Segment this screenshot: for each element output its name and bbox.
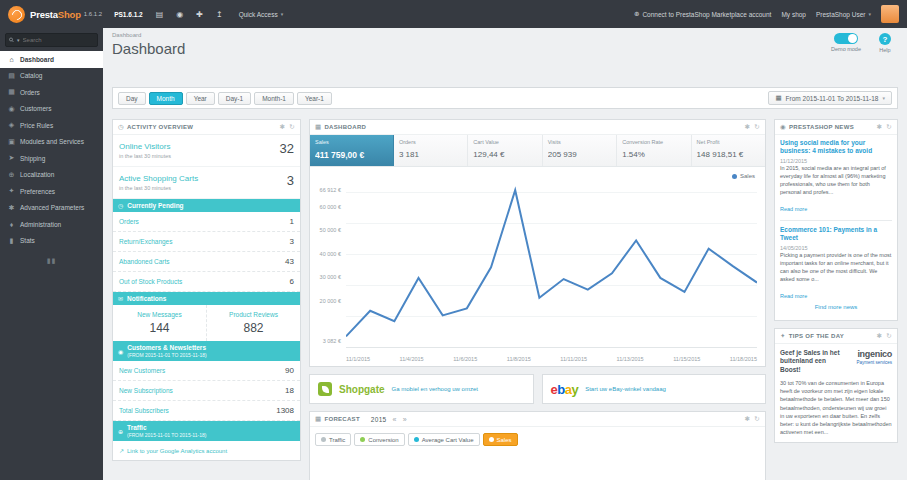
news-item-title[interactable]: Ecommerce 101: Payments in a Tweet	[780, 226, 892, 243]
kpi-visits[interactable]: Visits205 939	[543, 135, 617, 166]
user-menu[interactable]: PrestaShop User▾	[816, 11, 871, 18]
search-input[interactable]	[23, 37, 94, 43]
total-subscribers-row[interactable]: Total Subscribers1308	[113, 401, 300, 421]
new-messages-cell[interactable]: New Messages144	[113, 305, 206, 341]
sidebar-item-modules[interactable]: ▣Modules and Services	[0, 134, 103, 151]
my-shop-link[interactable]: My shop	[781, 11, 806, 18]
clock-icon: ◷	[118, 202, 123, 209]
customers-quick-icon[interactable]: ◉	[176, 10, 183, 19]
gear-icon[interactable]: ✱	[745, 123, 751, 131]
abandoned-carts-row[interactable]: Abandoned Carts43	[113, 252, 300, 272]
sidebar-search: ▾	[5, 33, 98, 47]
pending-returns-row[interactable]: Return/Exchanges3	[113, 232, 300, 252]
forecast-prev-icon[interactable]: «	[393, 416, 397, 423]
forecast-legend-sales[interactable]: Sales	[483, 433, 518, 446]
row-value: 43	[285, 257, 294, 266]
shopgate-link[interactable]: Ga mobiel en verhoog uw omzet	[392, 386, 478, 392]
new-subscriptions-row[interactable]: New Subscriptions18	[113, 381, 300, 401]
activity-panel-title: ACTIVITY OVERVIEW	[127, 124, 193, 130]
sidebar-item-price-rules[interactable]: ◈Price Rules	[0, 117, 103, 134]
sidebar-item-advanced-parameters[interactable]: ✱Advanced Parameters	[0, 200, 103, 217]
google-analytics-link[interactable]: ↗ Link to your Google Analytics account	[113, 441, 300, 460]
page-title: Dashboard	[112, 40, 898, 57]
kpi-cart-value[interactable]: Cart Value129,44 €	[468, 135, 542, 166]
demo-mode-toggle[interactable]	[834, 33, 858, 44]
traffic-subtitle: (FROM 2015-11-01 TO 2015-11-18)	[127, 432, 206, 438]
sidebar-item-preferences[interactable]: ✦Preferences	[0, 183, 103, 200]
avatar[interactable]	[881, 5, 899, 23]
kpi-orders[interactable]: Orders3 181	[394, 135, 468, 166]
search-scope-chevron-icon[interactable]: ▾	[17, 37, 20, 43]
sidebar-item-orders[interactable]: ▦Orders	[0, 84, 103, 101]
forecast-legend-average-cart-value[interactable]: Average Cart Value	[408, 433, 480, 446]
ingenico-logo: ingenico Payment services	[856, 349, 892, 375]
new-customers-row[interactable]: New Customers90	[113, 361, 300, 381]
ebay-module-card[interactable]: ebay Start uw eBay-winkel vandaag	[542, 374, 767, 404]
refresh-icon[interactable]: ↻	[886, 332, 892, 340]
forecast-legend-conversion[interactable]: Conversion	[354, 433, 404, 446]
sidebar-item-shipping[interactable]: ➤Shipping	[0, 150, 103, 167]
shopgate-logo-icon	[318, 382, 332, 396]
filter-month-button[interactable]: Month	[149, 92, 183, 105]
shopgate-module-card[interactable]: Shopgate Ga mobiel en verhoog uw omzet	[309, 374, 534, 404]
read-more-link[interactable]: Read more	[780, 293, 807, 299]
refresh-icon[interactable]: ↻	[886, 123, 892, 131]
upload-icon[interactable]: ↥	[216, 10, 223, 19]
search-icon	[9, 37, 14, 43]
dashboard-columns: ◷ ACTIVITY OVERVIEW ✱↻ Online Visitorsin…	[112, 119, 898, 480]
cart-icon[interactable]: ▤	[156, 10, 164, 19]
forecast-year-select[interactable]: 2015	[371, 416, 387, 423]
filter-month-1-button[interactable]: Month-1	[254, 92, 294, 105]
kpi-sales[interactable]: Sales411 759,00 €	[310, 135, 394, 166]
sidebar-item-localization[interactable]: ⊕Localization	[0, 167, 103, 184]
sidebar-menu: ⌂Dashboard ▤Catalog ▦Orders ◉Customers ◈…	[0, 51, 103, 249]
product-reviews-cell[interactable]: Product Reviews882	[206, 305, 300, 341]
sidebar-item-dashboard[interactable]: ⌂Dashboard	[0, 51, 103, 68]
sidebar-item-administration[interactable]: ♦Administration	[0, 216, 103, 233]
quick-access-menu[interactable]: Quick Access▾	[239, 11, 284, 18]
sidebar-collapse-button[interactable]: ▮▮	[0, 257, 103, 265]
stats-icon: ▮	[7, 237, 16, 245]
cell-value: 144	[115, 321, 204, 335]
catalog-icon: ▤	[7, 72, 16, 80]
forecast-legend-traffic[interactable]: Traffic	[315, 433, 351, 446]
sidebar-item-stats[interactable]: ▮Stats	[0, 233, 103, 250]
gear-icon[interactable]: ✱	[877, 332, 883, 340]
sidebar-item-label: Stats	[20, 237, 35, 244]
marketplace-link[interactable]: ⊕Connect to PrestaShop Marketplace accou…	[634, 10, 771, 18]
refresh-icon[interactable]: ↻	[289, 123, 295, 131]
news-item-title[interactable]: Using social media for your business: 4 …	[780, 139, 892, 156]
brand-wordmark[interactable]: PrestaShop	[30, 9, 81, 20]
add-icon[interactable]: ✚	[196, 10, 203, 19]
gear-icon[interactable]: ✱	[877, 123, 883, 131]
pending-orders-row[interactable]: Orders1	[113, 212, 300, 232]
globe-icon: ⊕	[118, 428, 123, 435]
filter-year-button[interactable]: Year	[186, 92, 215, 105]
filter-day-button[interactable]: Day	[118, 92, 146, 105]
find-more-news-link[interactable]: Find more news	[780, 302, 892, 316]
activity-panel-header: ◷ ACTIVITY OVERVIEW ✱↻	[113, 120, 300, 135]
kpi-conversion-rate[interactable]: Conversion Rate1.54%	[617, 135, 691, 166]
refresh-icon[interactable]: ↻	[754, 415, 760, 423]
row-value: 18	[285, 386, 294, 395]
administration-icon: ♦	[7, 221, 16, 228]
refresh-icon[interactable]: ↻	[754, 123, 760, 131]
ebay-link[interactable]: Start uw eBay-winkel vandaag	[585, 386, 666, 392]
sidebar: ▾ ⌂Dashboard ▤Catalog ▦Orders ◉Customers…	[0, 28, 103, 480]
legend-label: Conversion	[368, 437, 398, 443]
read-more-link[interactable]: Read more	[780, 206, 807, 212]
forecast-next-icon[interactable]: »	[403, 416, 407, 423]
online-visitors-link[interactable]: Online Visitors	[119, 142, 171, 151]
active-carts-link[interactable]: Active Shopping Carts	[119, 174, 198, 183]
filter-year-1-button[interactable]: Year-1	[297, 92, 332, 105]
help-icon[interactable]: ?	[879, 33, 891, 45]
date-range-button[interactable]: ▦ From 2015-11-01 To 2015-11-18 ▾	[768, 91, 892, 105]
gear-icon[interactable]: ✱	[280, 123, 286, 131]
gear-icon[interactable]: ✱	[745, 415, 751, 423]
kpi-net-profit[interactable]: Net Profit148 918,51 €	[692, 135, 765, 166]
sidebar-item-catalog[interactable]: ▤Catalog	[0, 68, 103, 85]
filter-day-1-button[interactable]: Day-1	[218, 92, 251, 105]
sidebar-item-customers[interactable]: ◉Customers	[0, 101, 103, 118]
out-of-stock-row[interactable]: Out of Stock Products6	[113, 272, 300, 292]
prestashop-logo-icon[interactable]	[8, 6, 25, 23]
